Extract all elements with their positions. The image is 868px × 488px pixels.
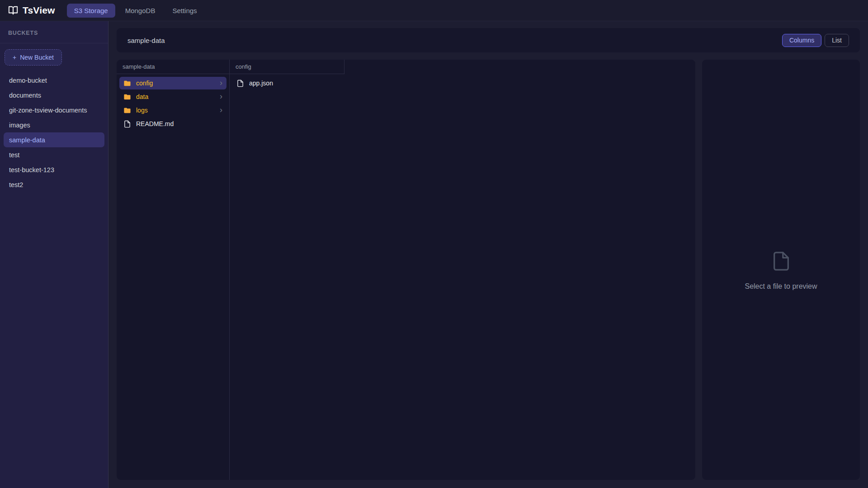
column-items: config › data ›: [117, 74, 229, 133]
column-header: sample-data: [117, 60, 229, 74]
bucket-item-images[interactable]: images: [0, 117, 108, 132]
entry-name: README.md: [136, 120, 174, 127]
chevron-right-icon: ›: [220, 92, 222, 102]
buckets-sidebar: BUCKETS + New Bucket demo-bucket documen…: [0, 21, 108, 488]
open-book-icon: [8, 5, 18, 15]
nav-tab-settings[interactable]: Settings: [165, 4, 204, 18]
new-bucket-label: New Bucket: [20, 54, 54, 61]
file-entry-app-json[interactable]: app.json: [232, 77, 342, 89]
entry-name: logs: [136, 107, 148, 114]
folder-icon: [123, 80, 131, 87]
browser-column-config: config app.json: [230, 60, 344, 480]
file-icon: [236, 80, 244, 87]
bucket-list: demo-bucket documents git-zone-tsview-do…: [0, 73, 108, 192]
bucket-toolbar: sample-data Columns List: [117, 28, 860, 52]
list-view-button[interactable]: List: [825, 34, 849, 47]
app-logo: TsView: [8, 5, 55, 16]
bucket-item-demo-bucket[interactable]: demo-bucket: [0, 73, 108, 88]
plus-icon: +: [13, 54, 16, 61]
folder-icon: [123, 93, 131, 101]
bucket-item-documents[interactable]: documents: [0, 88, 108, 103]
folder-entry-logs[interactable]: logs ›: [119, 104, 226, 117]
app-title: TsView: [23, 5, 55, 16]
bucket-item-test[interactable]: test: [0, 147, 108, 162]
folder-entry-config[interactable]: config ›: [119, 77, 226, 89]
entry-name: data: [136, 93, 148, 100]
file-entry-readme[interactable]: README.md: [119, 117, 226, 130]
content-row: sample-data config ›: [117, 60, 860, 480]
main-nav: S3 Storage MongoDB Settings: [67, 4, 204, 18]
preview-placeholder-text: Select a file to preview: [745, 282, 817, 291]
file-icon: [123, 120, 131, 128]
bucket-title: sample-data: [127, 37, 165, 44]
folder-icon: [123, 107, 131, 114]
bucket-item-git-zone-tsview-documents[interactable]: git-zone-tsview-documents: [0, 103, 108, 117]
bucket-item-sample-data[interactable]: sample-data: [4, 132, 104, 147]
columns-view-button[interactable]: Columns: [782, 34, 821, 47]
chevron-right-icon: ›: [220, 79, 222, 88]
top-bar: TsView S3 Storage MongoDB Settings: [0, 0, 868, 21]
column-items: app.json: [230, 74, 344, 92]
sidebar-heading: BUCKETS: [0, 21, 108, 43]
entry-name: app.json: [249, 80, 273, 87]
folder-entry-data[interactable]: data ›: [119, 90, 226, 103]
main-area: sample-data Columns List sample-data c: [109, 21, 868, 488]
file-browser-columns: sample-data config ›: [117, 60, 695, 480]
nav-tab-s3-storage[interactable]: S3 Storage: [67, 4, 115, 18]
bucket-item-test-bucket-123[interactable]: test-bucket-123: [0, 162, 108, 177]
file-preview-panel: Select a file to preview: [702, 60, 860, 480]
view-toggle: Columns List: [782, 34, 849, 47]
browser-column-sample-data: sample-data config ›: [117, 60, 230, 480]
document-placeholder-icon: [771, 249, 792, 273]
bucket-item-test2[interactable]: test2: [0, 177, 108, 192]
new-bucket-button[interactable]: + New Bucket: [5, 49, 62, 66]
nav-tab-mongodb[interactable]: MongoDB: [118, 4, 163, 18]
chevron-right-icon: ›: [220, 106, 222, 115]
entry-name: config: [136, 80, 153, 87]
column-header: config: [230, 60, 344, 74]
